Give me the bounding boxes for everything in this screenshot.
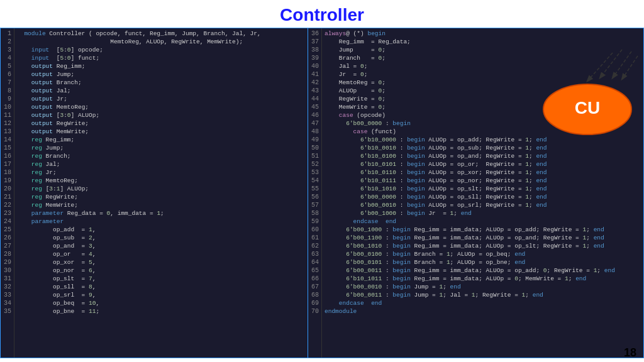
main-content: 1 2 3 4 5 6 7 8 9 10 11 12 13 14 15 16 1… [0, 28, 644, 358]
code-text-right: always@ (*) begin Reg_imm = Reg_data; Ju… [322, 28, 643, 358]
right-code-panel: 36 37 38 39 40 41 42 43 44 45 46 47 48 4… [308, 28, 644, 358]
line-numbers-right: 36 37 38 39 40 41 42 43 44 45 46 47 48 4… [308, 28, 322, 358]
code-text-left: module Controller ( opcode, funct, Reg_i… [14, 28, 308, 358]
page-number: 18 [624, 346, 636, 359]
page-title: Controller [0, 0, 644, 28]
line-numbers-left: 1 2 3 4 5 6 7 8 9 10 11 12 13 14 15 16 1… [1, 28, 14, 358]
left-code-panel: 1 2 3 4 5 6 7 8 9 10 11 12 13 14 15 16 1… [0, 28, 308, 358]
